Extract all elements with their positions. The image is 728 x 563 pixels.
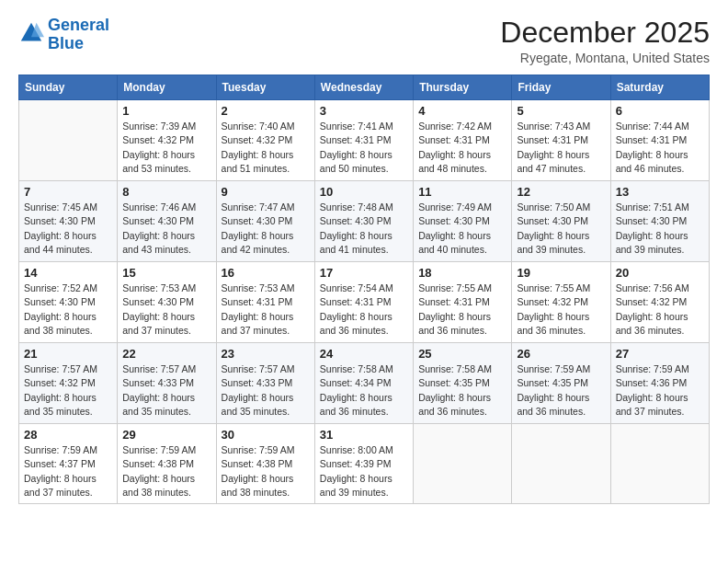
calendar-cell: 19Sunrise: 7:55 AM Sunset: 4:32 PM Dayli… bbox=[512, 262, 610, 343]
calendar-cell: 17Sunrise: 7:54 AM Sunset: 4:31 PM Dayli… bbox=[314, 262, 413, 343]
day-info: Sunrise: 7:53 AM Sunset: 4:30 PM Dayligh… bbox=[122, 282, 210, 338]
calendar-cell: 25Sunrise: 7:58 AM Sunset: 4:35 PM Dayli… bbox=[414, 343, 512, 424]
day-number: 27 bbox=[616, 347, 704, 361]
day-number: 26 bbox=[517, 347, 605, 361]
calendar-cell: 24Sunrise: 7:58 AM Sunset: 4:34 PM Dayli… bbox=[314, 343, 413, 424]
calendar-cell bbox=[19, 100, 118, 181]
day-number: 23 bbox=[222, 347, 310, 361]
calendar-cell: 28Sunrise: 7:59 AM Sunset: 4:37 PM Dayli… bbox=[19, 424, 118, 504]
day-info: Sunrise: 7:52 AM Sunset: 4:30 PM Dayligh… bbox=[24, 282, 112, 338]
logo-line2: Blue bbox=[48, 34, 84, 52]
week-row-2: 7Sunrise: 7:45 AM Sunset: 4:30 PM Daylig… bbox=[19, 181, 710, 262]
day-info: Sunrise: 8:00 AM Sunset: 4:39 PM Dayligh… bbox=[320, 443, 408, 500]
calendar-cell: 27Sunrise: 7:59 AM Sunset: 4:36 PM Dayli… bbox=[610, 343, 709, 424]
day-info: Sunrise: 7:43 AM Sunset: 4:31 PM Dayligh… bbox=[517, 120, 605, 176]
location: Ryegate, Montana, United States bbox=[500, 51, 710, 65]
logo-line1: General bbox=[48, 16, 109, 34]
header-day-monday: Monday bbox=[118, 75, 216, 100]
calendar-cell: 6Sunrise: 7:44 AM Sunset: 4:31 PM Daylig… bbox=[610, 100, 709, 181]
day-number: 13 bbox=[616, 185, 704, 199]
day-info: Sunrise: 7:59 AM Sunset: 4:38 PM Dayligh… bbox=[222, 443, 310, 500]
header-day-sunday: Sunday bbox=[19, 75, 118, 100]
logo-text: General Blue bbox=[48, 17, 109, 53]
calendar-cell: 11Sunrise: 7:49 AM Sunset: 4:30 PM Dayli… bbox=[414, 181, 512, 262]
logo: General Blue bbox=[18, 17, 109, 53]
calendar-cell: 1Sunrise: 7:39 AM Sunset: 4:32 PM Daylig… bbox=[118, 100, 216, 181]
calendar-cell: 8Sunrise: 7:46 AM Sunset: 4:30 PM Daylig… bbox=[118, 181, 216, 262]
day-number: 20 bbox=[616, 266, 704, 280]
day-info: Sunrise: 7:59 AM Sunset: 4:37 PM Dayligh… bbox=[24, 443, 112, 500]
day-number: 18 bbox=[418, 266, 506, 280]
day-info: Sunrise: 7:58 AM Sunset: 4:35 PM Dayligh… bbox=[418, 362, 506, 419]
day-number: 12 bbox=[517, 185, 605, 199]
day-number: 5 bbox=[517, 104, 605, 118]
day-number: 14 bbox=[24, 266, 112, 280]
day-number: 3 bbox=[320, 104, 408, 118]
calendar-cell: 10Sunrise: 7:48 AM Sunset: 4:30 PM Dayli… bbox=[314, 181, 413, 262]
calendar-cell: 22Sunrise: 7:57 AM Sunset: 4:33 PM Dayli… bbox=[118, 343, 216, 424]
calendar-cell: 4Sunrise: 7:42 AM Sunset: 4:31 PM Daylig… bbox=[414, 100, 512, 181]
calendar-cell bbox=[414, 424, 512, 504]
header: General Blue December 2025 Ryegate, Mont… bbox=[18, 17, 710, 65]
day-number: 4 bbox=[418, 104, 506, 118]
calendar-cell: 7Sunrise: 7:45 AM Sunset: 4:30 PM Daylig… bbox=[19, 181, 118, 262]
day-number: 17 bbox=[320, 266, 408, 280]
header-day-tuesday: Tuesday bbox=[216, 75, 314, 100]
day-info: Sunrise: 7:55 AM Sunset: 4:31 PM Dayligh… bbox=[418, 282, 506, 338]
day-number: 31 bbox=[320, 428, 408, 442]
day-number: 2 bbox=[222, 104, 310, 118]
calendar-cell: 13Sunrise: 7:51 AM Sunset: 4:30 PM Dayli… bbox=[610, 181, 709, 262]
day-number: 1 bbox=[122, 104, 210, 118]
week-row-4: 21Sunrise: 7:57 AM Sunset: 4:32 PM Dayli… bbox=[19, 343, 710, 424]
calendar-cell bbox=[610, 424, 709, 504]
header-row: SundayMondayTuesdayWednesdayThursdayFrid… bbox=[19, 75, 710, 100]
calendar-cell: 3Sunrise: 7:41 AM Sunset: 4:31 PM Daylig… bbox=[314, 100, 413, 181]
day-info: Sunrise: 7:46 AM Sunset: 4:30 PM Dayligh… bbox=[122, 201, 210, 257]
calendar-cell: 14Sunrise: 7:52 AM Sunset: 4:30 PM Dayli… bbox=[19, 262, 118, 343]
week-row-5: 28Sunrise: 7:59 AM Sunset: 4:37 PM Dayli… bbox=[19, 424, 710, 504]
calendar-cell: 2Sunrise: 7:40 AM Sunset: 4:32 PM Daylig… bbox=[216, 100, 314, 181]
month-title: December 2025 bbox=[500, 17, 710, 49]
day-number: 7 bbox=[24, 185, 112, 199]
calendar-cell: 9Sunrise: 7:47 AM Sunset: 4:30 PM Daylig… bbox=[216, 181, 314, 262]
day-info: Sunrise: 7:41 AM Sunset: 4:31 PM Dayligh… bbox=[320, 120, 408, 176]
calendar-cell: 20Sunrise: 7:56 AM Sunset: 4:32 PM Dayli… bbox=[610, 262, 709, 343]
day-info: Sunrise: 7:49 AM Sunset: 4:30 PM Dayligh… bbox=[418, 201, 506, 257]
day-number: 19 bbox=[517, 266, 605, 280]
calendar-cell: 15Sunrise: 7:53 AM Sunset: 4:30 PM Dayli… bbox=[118, 262, 216, 343]
calendar-cell: 26Sunrise: 7:59 AM Sunset: 4:35 PM Dayli… bbox=[512, 343, 610, 424]
logo-icon bbox=[18, 20, 44, 46]
day-info: Sunrise: 7:57 AM Sunset: 4:33 PM Dayligh… bbox=[222, 362, 310, 419]
day-info: Sunrise: 7:51 AM Sunset: 4:30 PM Dayligh… bbox=[616, 201, 704, 257]
day-info: Sunrise: 7:44 AM Sunset: 4:31 PM Dayligh… bbox=[616, 120, 704, 176]
calendar-cell: 29Sunrise: 7:59 AM Sunset: 4:38 PM Dayli… bbox=[118, 424, 216, 504]
day-number: 21 bbox=[24, 347, 112, 361]
header-day-saturday: Saturday bbox=[610, 75, 709, 100]
calendar-cell: 5Sunrise: 7:43 AM Sunset: 4:31 PM Daylig… bbox=[512, 100, 610, 181]
calendar-cell: 30Sunrise: 7:59 AM Sunset: 4:38 PM Dayli… bbox=[216, 424, 314, 504]
day-info: Sunrise: 7:57 AM Sunset: 4:33 PM Dayligh… bbox=[122, 362, 210, 419]
day-info: Sunrise: 7:59 AM Sunset: 4:35 PM Dayligh… bbox=[517, 362, 605, 419]
week-row-1: 1Sunrise: 7:39 AM Sunset: 4:32 PM Daylig… bbox=[19, 100, 710, 181]
day-number: 25 bbox=[418, 347, 506, 361]
day-number: 9 bbox=[222, 185, 310, 199]
day-info: Sunrise: 7:50 AM Sunset: 4:30 PM Dayligh… bbox=[517, 201, 605, 257]
header-day-wednesday: Wednesday bbox=[314, 75, 413, 100]
calendar-cell: 31Sunrise: 8:00 AM Sunset: 4:39 PM Dayli… bbox=[314, 424, 413, 504]
calendar-cell: 21Sunrise: 7:57 AM Sunset: 4:32 PM Dayli… bbox=[19, 343, 118, 424]
calendar-table: SundayMondayTuesdayWednesdayThursdayFrid… bbox=[18, 75, 710, 504]
calendar-cell bbox=[512, 424, 610, 504]
calendar-cell: 18Sunrise: 7:55 AM Sunset: 4:31 PM Dayli… bbox=[414, 262, 512, 343]
day-number: 30 bbox=[222, 428, 310, 442]
day-number: 15 bbox=[122, 266, 210, 280]
day-info: Sunrise: 7:45 AM Sunset: 4:30 PM Dayligh… bbox=[24, 201, 112, 257]
day-info: Sunrise: 7:39 AM Sunset: 4:32 PM Dayligh… bbox=[122, 120, 210, 176]
day-number: 10 bbox=[320, 185, 408, 199]
day-info: Sunrise: 7:59 AM Sunset: 4:38 PM Dayligh… bbox=[122, 443, 210, 500]
day-info: Sunrise: 7:42 AM Sunset: 4:31 PM Dayligh… bbox=[418, 120, 506, 176]
day-info: Sunrise: 7:58 AM Sunset: 4:34 PM Dayligh… bbox=[320, 362, 408, 419]
calendar-cell: 12Sunrise: 7:50 AM Sunset: 4:30 PM Dayli… bbox=[512, 181, 610, 262]
day-info: Sunrise: 7:48 AM Sunset: 4:30 PM Dayligh… bbox=[320, 201, 408, 257]
day-info: Sunrise: 7:55 AM Sunset: 4:32 PM Dayligh… bbox=[517, 282, 605, 338]
day-info: Sunrise: 7:53 AM Sunset: 4:31 PM Dayligh… bbox=[222, 282, 310, 338]
